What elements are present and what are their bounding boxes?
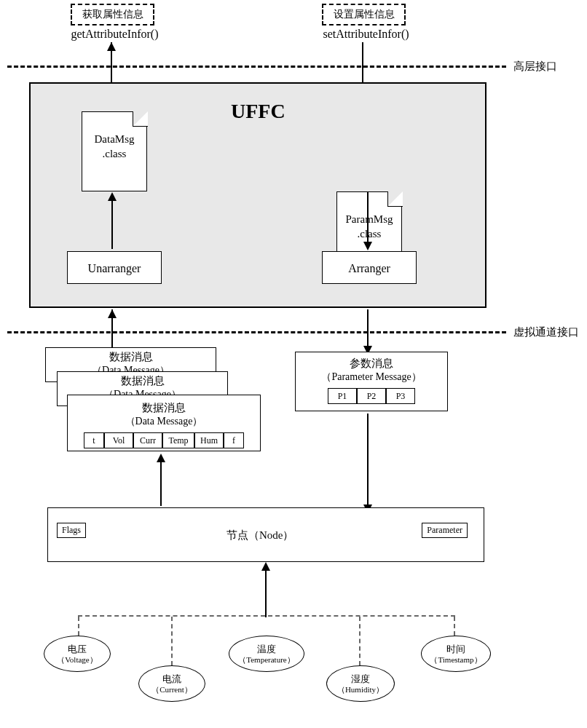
field-p3: P3 — [386, 388, 415, 404]
sensor-connector-h — [78, 615, 455, 617]
node-box: Flags 节点（Node） Parameter — [47, 507, 484, 562]
data-msg-1: 数据消息 （Data Message） t Vol Curr Temp Hum … — [67, 395, 261, 451]
sensor-timestamp: 时间 （Timestamp） — [421, 636, 491, 672]
high-interface-label: 高层接口 — [513, 60, 557, 74]
arrow-unarranger-datamsg — [108, 192, 117, 201]
uffc-title: UFFC — [231, 100, 285, 123]
parameter-box: Parameter — [422, 523, 468, 538]
field-p2: P2 — [357, 388, 386, 404]
field-hum: Hum — [194, 432, 224, 448]
arrow-up-data — [108, 309, 117, 318]
arrow-up-left — [107, 42, 116, 51]
arrow-sensors-node — [261, 562, 270, 571]
high-interface-line — [7, 66, 506, 68]
param-msg: 参数消息 （Parameter Message） P1 P2 P3 — [295, 352, 448, 411]
set-attr-box: 设置属性信息 — [322, 4, 406, 25]
arranger-box: Arranger — [322, 251, 417, 284]
field-temp: Temp — [162, 432, 194, 448]
sensor-current: 电流 （Current） — [138, 665, 205, 702]
sensor-humidity: 湿度 （Humidity） — [326, 665, 395, 702]
get-attr-box: 获取属性信息 — [71, 4, 154, 25]
unarranger-box: Unarranger — [67, 251, 162, 284]
arrow-parammsg-arranger — [363, 242, 372, 250]
virtual-interface-label: 虚拟通道接口 — [513, 325, 579, 339]
field-vol: Vol — [104, 432, 133, 448]
sensor-temperature: 温度 （Temperature） — [229, 636, 304, 672]
field-f: f — [224, 432, 244, 448]
field-curr: Curr — [133, 432, 162, 448]
flags-box: Flags — [57, 523, 86, 538]
field-p1: P1 — [328, 388, 357, 404]
set-attr-method: setAttributeInfor() — [313, 28, 419, 41]
arrow-node-datamsg — [157, 454, 165, 462]
uffc-container: UFFC DataMsg .class ParamMsg .class Unar… — [29, 82, 486, 308]
datamsg-doc: DataMsg .class — [82, 111, 147, 191]
node-title: 节点（Node） — [226, 529, 294, 542]
sensor-voltage: 电压 （Voltage） — [44, 636, 111, 672]
field-t: t — [84, 432, 104, 448]
get-attr-method: getAttributeInfor() — [62, 28, 168, 41]
virtual-interface-line — [7, 331, 506, 333]
